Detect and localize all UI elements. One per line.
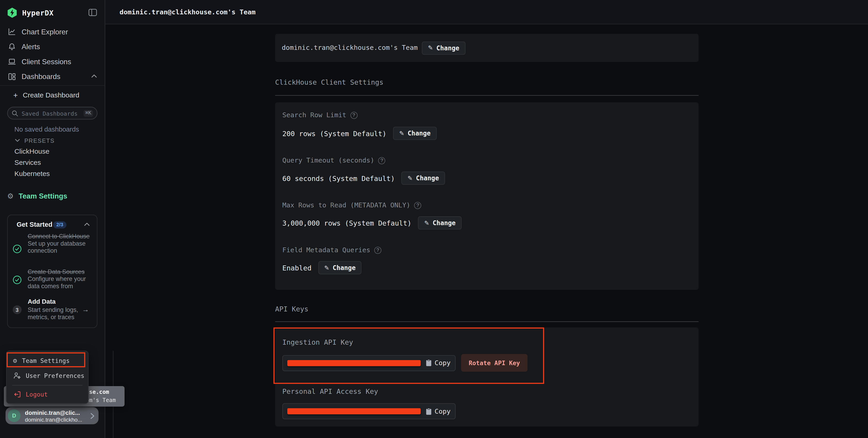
change-button-label: Change (333, 264, 355, 272)
user-menu: ⚙ Team Settings User Preferences (6, 350, 88, 404)
create-dashboard-label: Create Dashboard (23, 91, 79, 99)
change-team-name-button[interactable]: ✎ Change (422, 41, 465, 55)
step-desc: Start sending logs, metrics, or traces (28, 306, 78, 320)
no-saved-dashboards-text: No saved dashboards (14, 126, 79, 133)
client-settings-panel: Search Row Limit ? 200 rows (System Defa… (275, 102, 699, 290)
sidebar-item-alerts[interactable]: Alerts (0, 39, 105, 55)
step-title: Add Data (28, 298, 56, 305)
field-value: 3,000,000 rows (System Default) (282, 219, 411, 227)
change-max-rows-button[interactable]: ✎ Change (418, 216, 462, 230)
field-label-text: Field Metadata Queries (282, 246, 370, 254)
section-divider (275, 95, 699, 95)
main-area: dominic.tran@clickhouse.com's Team domin… (105, 0, 868, 438)
section-heading-api-keys: API Keys (275, 305, 308, 313)
pencil-icon: ✎ (408, 175, 412, 181)
dashboards-icon (7, 72, 16, 81)
rotate-api-key-button[interactable]: Rotate API Key (461, 354, 528, 372)
field-value-row: 3,000,000 rows (System Default) ✎ Change (282, 216, 462, 230)
sidebar-item-client-sessions[interactable]: Client Sessions (0, 54, 105, 69)
personal-api-key-field[interactable]: Copy (282, 403, 456, 419)
page-header: dominic.tran@clickhouse.com's Team (105, 0, 868, 24)
menu-divider (12, 385, 82, 385)
personal-api-key-label: Personal API Access Key (282, 387, 378, 396)
preset-kubernetes[interactable]: Kubernetes (14, 170, 50, 177)
menu-item-user-preferences[interactable]: User Preferences (6, 369, 88, 381)
change-search-row-limit-button[interactable]: ✎ Change (393, 127, 437, 140)
step-desc: Set up your database connection (28, 240, 86, 254)
help-icon[interactable]: ? (378, 157, 385, 164)
api-keys-panel: Ingestion API Key Copy Rotate API Key Pe… (275, 327, 699, 427)
sidebar-collapse-icon[interactable] (88, 8, 97, 17)
avatar: D (8, 409, 21, 422)
get-started-step[interactable]: Create Data Sources Configure where your… (28, 268, 91, 290)
check-circle-icon (13, 275, 22, 284)
sidebar-item-label: Client Sessions (22, 58, 71, 66)
redacted-api-key (287, 360, 421, 366)
menu-item-team-settings[interactable]: ⚙ Team Settings (6, 355, 88, 367)
field-value: 60 seconds (System Default) (282, 174, 395, 182)
change-query-timeout-button[interactable]: ✎ Change (401, 171, 445, 184)
user-name: dominic.tran@clic... (25, 409, 80, 416)
change-button-label: Change (408, 130, 431, 137)
logout-icon (13, 391, 21, 398)
help-icon[interactable]: ? (350, 111, 358, 119)
laptop-icon (7, 57, 16, 66)
help-icon[interactable]: ? (374, 246, 381, 254)
check-circle-icon (13, 244, 22, 254)
field-label-text: Search Row Limit (282, 111, 346, 119)
change-field-metadata-button[interactable]: ✎ Change (318, 261, 362, 274)
sidebar-divider (0, 85, 104, 86)
pencil-icon: ✎ (324, 265, 329, 271)
create-dashboard-button[interactable]: + Create Dashboard (13, 90, 79, 100)
field-label: Query Timeout (seconds) ? (282, 157, 385, 164)
help-icon[interactable]: ? (414, 202, 422, 209)
field-value-row: Enabled ✎ Change (282, 261, 362, 274)
search-input[interactable] (22, 110, 84, 116)
bell-icon (7, 42, 16, 51)
gear-icon: ⚙ (13, 358, 17, 364)
get-started-step[interactable]: Connect to ClickHouse Set up your databa… (28, 233, 91, 255)
saved-dashboards-search[interactable]: ⌘K (7, 107, 97, 120)
step-title: Connect to ClickHouse (28, 233, 90, 239)
copy-button[interactable]: Copy (426, 407, 451, 415)
change-button-label: Change (436, 44, 459, 52)
copy-button-label: Copy (435, 407, 451, 415)
preset-clickhouse[interactable]: ClickHouse (14, 148, 50, 156)
sidebar-item-team-settings[interactable]: ⚙ Team Settings (7, 190, 67, 201)
sidebar-item-label: Dashboards (22, 72, 60, 80)
user-profile-button[interactable]: D dominic.tran@clic... dominic.tran@clic… (5, 407, 98, 424)
personal-api-key-row: Copy (282, 403, 456, 419)
get-started-card: Get Started 2/3 Connect to ClickHouse Se… (7, 215, 97, 328)
preset-services[interactable]: Services (14, 159, 41, 166)
plus-icon: + (13, 91, 18, 99)
shortcut-badge: ⌘K (84, 110, 93, 116)
get-started-step[interactable]: Start sending logs, metrics, or traces (28, 306, 83, 321)
sidebar-item-dashboards[interactable]: Dashboards (0, 69, 105, 84)
menu-item-label: Logout (26, 391, 48, 398)
field-label-text: Max Rows to Read (METADATA ONLY) (282, 201, 410, 209)
section-heading-client-settings: ClickHouse Client Settings (275, 78, 383, 86)
clipboard-icon (426, 359, 432, 367)
copy-button[interactable]: Copy (426, 359, 451, 367)
menu-item-label: User Preferences (26, 372, 84, 379)
sidebar-item-chart-explorer[interactable]: Chart Explorer (0, 24, 105, 39)
logo-row[interactable]: HyperDX (7, 6, 54, 19)
chevron-down-icon (15, 139, 20, 142)
pencil-icon: ✎ (399, 130, 404, 136)
chevron-up-icon[interactable] (84, 223, 90, 226)
sidebar-item-label: Chart Explorer (22, 28, 68, 36)
progress-badge: 2/3 (53, 221, 66, 228)
page-title: dominic.tran@clickhouse.com's Team (120, 8, 256, 16)
menu-item-logout[interactable]: Logout (6, 389, 88, 400)
chevron-up-icon[interactable] (91, 74, 97, 78)
presets-toggle[interactable]: PRESETS (15, 137, 55, 144)
field-value: 200 rows (System Default) (282, 129, 386, 137)
app-root: HyperDX Chart Explorer Alert (0, 0, 868, 438)
ingestion-api-key-field[interactable]: Copy (282, 355, 456, 371)
team-name-value: dominic.tran@clickhouse.com's Team (282, 44, 418, 52)
user-gear-icon (13, 372, 21, 379)
arrow-right-icon[interactable]: → (82, 305, 89, 313)
redacted-api-key (287, 408, 421, 414)
step-title: Create Data Sources (28, 268, 85, 275)
field-label: Field Metadata Queries ? (282, 246, 381, 254)
